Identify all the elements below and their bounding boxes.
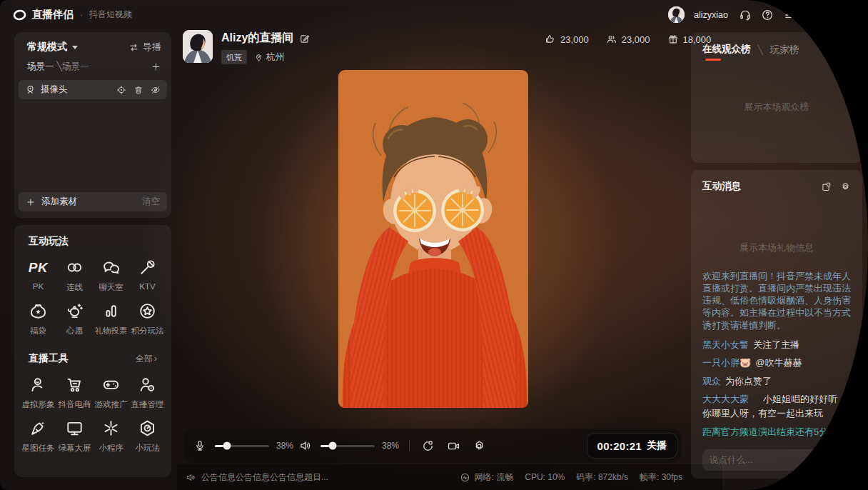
mode-selector[interactable]: 常规模式 [27,41,67,54]
tool-star-task[interactable]: 星图任务 [20,419,56,454]
add-source-button[interactable]: 添加素材 清空 [19,192,167,211]
fps-stat: 帧率: 30fps [640,471,682,484]
clear-sources-button[interactable]: 清空 [142,196,160,208]
points-star-icon [138,301,157,321]
tool-live-manage[interactable]: 直播管理 [129,375,166,410]
user-avatar-image [668,6,685,23]
wish-lamp-icon [65,301,84,321]
feature-chatroom[interactable]: 聊天室 [93,258,129,293]
feature-wish[interactable]: 心愿 [56,301,93,336]
audience-panel: 在线观众榜 ╲ 玩家榜 展示本场观众榜 [691,32,862,163]
tools-all-link[interactable]: 全部 › [136,353,157,365]
location-pin-icon [254,53,263,62]
tab-separator: ╲ [758,45,763,55]
popout-icon[interactable] [821,181,832,192]
monitor-icon [65,419,84,438]
speaker-slider-knob[interactable] [328,442,336,450]
camera-icon[interactable] [447,439,460,453]
cpu-stat: CPU: 10% [525,472,565,482]
welcome-notice: 欢迎来到直播间！抖音严禁未成年人直播或打赏。直播间内严禁出现违法违规、低俗色情吸… [702,270,852,331]
tool-game-promo[interactable]: 游戏推广 [93,375,129,410]
webcam-icon [25,84,36,95]
network-status: 网络: 流畅 [460,471,514,484]
scene-selector[interactable]: 场景一 [27,61,54,73]
announcement-text[interactable]: 公告信息公告信息公告信息题目... [201,471,328,484]
eye-off-icon[interactable] [151,85,161,95]
likes-count: 23,000 [560,34,589,45]
tool-ecommerce[interactable]: 抖音电商 [56,375,93,410]
chatroom-icon [101,258,121,277]
announcement-horn-icon [186,472,196,483]
viewers-count: 23,000 [622,34,650,45]
feature-points[interactable]: 积分玩法 [129,301,166,336]
menu-icon[interactable] [783,9,796,21]
live-companion-logo-icon [13,9,26,21]
help-icon[interactable] [761,9,774,21]
tab-online-audience[interactable]: 在线观众榜 [702,43,751,61]
settings-gear-icon[interactable] [473,439,486,453]
thumbs-up-icon [545,34,556,45]
control-toolbar: 38% 38% 00:20:21 关播 [183,429,682,463]
status-bar: 公告信息公告信息公告信息题目... 网络: 流畅 CPU: 10% 码率: 87… [177,464,722,490]
user-avatar[interactable] [668,6,685,23]
headset-icon[interactable] [739,9,752,21]
network-icon [460,472,470,483]
microphone-icon[interactable] [193,439,206,452]
beauty-filter-icon[interactable] [421,439,435,453]
room-title: Alizy的直播间 [221,31,293,46]
features-panel: 互动玩法 PK PK 连线 聊天室 [14,225,171,477]
edit-icon[interactable] [299,33,311,44]
likes-stat: 23,000 [545,34,589,45]
director-button[interactable]: 导播 [128,41,161,54]
app-name-separator: · [80,10,83,20]
mini-game-icon [138,419,157,438]
tool-mini-app[interactable]: 小程序 [93,419,129,454]
feature-link[interactable]: 连线 [56,258,93,293]
gift-icon [667,34,679,45]
chat-input[interactable] [702,449,828,471]
chat-message: 大大大大蒙小姐姐唱的好好听，你哪里人呀，有空一起出来玩 [702,392,852,421]
tools-grid: 虚拟形象 抖音电商 游戏推广 [20,369,166,456]
tool-mini-game[interactable]: 小玩法 [129,419,166,454]
messages-panel-title: 互动消息 [702,180,741,193]
messages-panel: 互动消息 展示本场礼物信息 欢迎来到直播间！抖音严禁未成年人直播或打赏。直播间内… [691,170,862,479]
virtual-avatar-icon [29,375,48,394]
username: alizyxiao [694,10,728,20]
topbar: 直播伴侣 · 抖音短视频 alizyxiao [0,0,868,27]
system-message: 距离官方频道演出结束还有5分钟 [702,425,852,439]
gift-vote-bars-icon [101,301,121,321]
tab-player-rank[interactable]: 玩家榜 [770,44,799,56]
speaker-icon[interactable] [299,439,312,452]
feature-gift-vote[interactable]: 礼物投票 [93,301,129,336]
adjust-icon[interactable] [116,85,126,95]
mic-slider-knob[interactable] [223,442,231,450]
shopping-cart-icon [65,375,84,394]
trash-icon[interactable] [133,85,143,95]
location-label: 杭州 [266,51,284,64]
app-name: 直播伴侣 [32,8,74,21]
app-logo: 直播伴侣 · 抖音短视频 [13,8,132,21]
add-scene-button[interactable] [151,61,161,72]
audience-empty-placeholder: 展示本场观众榜 [691,101,862,114]
mic-volume-slider[interactable] [215,445,269,447]
tool-green-screen[interactable]: 绿幕大屏 [56,419,93,454]
bitrate-stat: 码率: 872kb/s [576,471,628,484]
source-item-camera[interactable]: 摄像头 [19,80,167,99]
feature-ktv[interactable]: KTV [129,258,166,293]
end-stream-button[interactable]: 00:20:21 关播 [587,433,677,459]
room-avatar-image [183,30,213,63]
scene-breadcrumb: ╲场景一 [57,61,89,73]
feature-luckybag[interactable]: 福袋 [20,301,56,336]
gamepad-icon [101,375,121,394]
tool-virtual-avatar[interactable]: 虚拟形象 [20,375,56,410]
active-tab-underline [705,59,721,61]
speaker-volume-value: 38% [382,441,405,451]
speaker-volume-slider[interactable] [321,445,375,447]
live-manage-icon [138,375,157,394]
chevron-down-icon [72,46,78,49]
chevron-right-icon: › [154,354,157,364]
message-settings-gear-icon[interactable] [840,181,851,192]
add-source-label: 添加素材 [41,196,77,208]
director-label: 导播 [143,41,161,54]
feature-pk[interactable]: PK PK [20,258,56,293]
